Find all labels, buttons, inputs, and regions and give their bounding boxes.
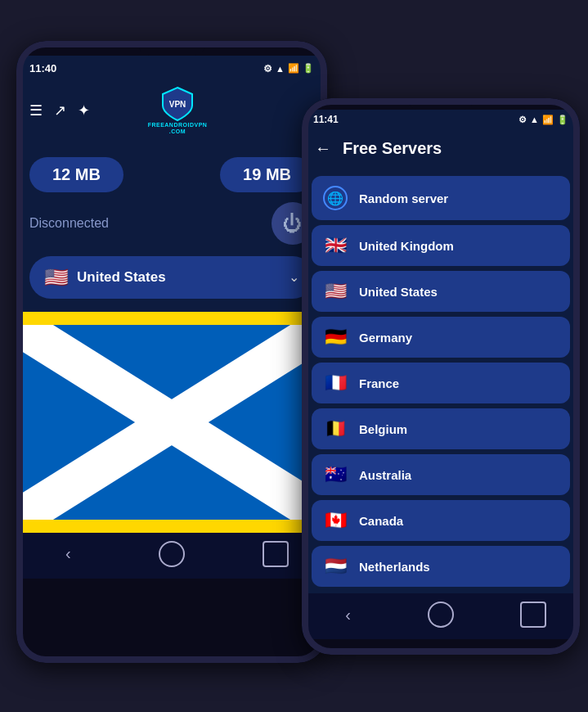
wifi-icon-2: ▲ [530,115,539,124]
server-item-random[interactable]: 🌐Random server [312,176,570,220]
settings-icon: ⚙ [263,63,272,74]
flag-nl: 🇳🇱 [323,556,348,577]
logo-text: FREEANDROIDVPN .COM [148,122,208,136]
server-name-be: Belgium [359,422,407,436]
time-display-2: 11:41 [313,114,339,125]
server-item-de[interactable]: 🇩🇪Germany [312,317,570,358]
connection-status: Disconnected [29,216,109,231]
server-item-au[interactable]: 🇦🇺Australia [312,454,570,495]
server-name-fr: France [359,376,399,390]
phone-2: 11:41 ⚙ ▲ 📶 🔋 ← Free Servers 🌐Random ser… [302,98,580,655]
share-icon[interactable]: ↗ [54,101,66,119]
flag-de: 🇩🇪 [323,327,348,348]
back-nav-button-2[interactable]: ‹ [335,602,361,628]
server-name-uk: United Kingdom [359,239,454,253]
country-selector[interactable]: 🇺🇸 United States ⌄ [29,256,314,299]
status-icons-2: ⚙ ▲ 📶 🔋 [518,115,568,125]
logo-shield-icon: VPN [161,86,194,122]
server-item-nl[interactable]: 🇳🇱Netherlands [312,546,570,587]
notch [139,41,204,56]
flag-fr: 🇫🇷 [323,372,348,394]
country-name: United States [77,269,166,286]
flag-au: 🇦🇺 [323,464,348,485]
back-button[interactable]: ← [315,139,331,158]
status-bar-1: 11:40 ⚙ ▲ 📶 🔋 [16,56,327,78]
chevron-down-icon: ⌄ [289,269,299,285]
server-name-ca: Canada [359,514,403,528]
wifi-icon: ▲ [276,64,285,74]
status-time-area: 11:40 [29,62,56,74]
app-content-1: 12 MB 19 MB Disconnected ⏻ 🇺🇸 United Sta… [16,144,327,312]
battery-icon-2: 🔋 [557,115,568,125]
flag-uk: 🇬🇧 [323,235,348,256]
server-name-nl: Netherlands [359,560,430,574]
signal-icon: 📶 [288,63,299,74]
header-left-icons: ☰ ↗ ✦ [29,101,90,119]
phone-1: 11:40 ⚙ ▲ 📶 🔋 ☰ ↗ ✦ VPN FREEANDROIDVPN .… [16,41,327,663]
status-icons: ⚙ ▲ 📶 🔋 [263,63,314,74]
home-nav-button-2[interactable] [428,602,454,628]
server-header: ← Free Servers [302,128,580,169]
time-display: 11:40 [29,62,56,74]
star-icon[interactable]: ✦ [78,101,90,119]
flag-be: 🇧🇪 [323,418,348,439]
server-name-de: Germany [359,331,412,345]
nav-bar-1: ‹ [16,533,327,579]
flag-display [16,312,327,533]
home-nav-button[interactable] [159,541,185,567]
country-flag: 🇺🇸 [44,266,69,289]
data-left-badge: 12 MB [29,157,123,192]
server-name-random: Random server [359,192,448,205]
menu-icon[interactable]: ☰ [29,101,43,119]
server-item-ca[interactable]: 🇨🇦Canada [312,500,570,541]
server-item-us[interactable]: 🇺🇸United States [312,271,570,312]
server-item-fr[interactable]: 🇫🇷France [312,363,570,403]
country-left: 🇺🇸 United States [44,266,166,289]
battery-icon: 🔋 [303,63,314,74]
server-name-us: United States [359,285,438,299]
server-name-au: Australia [359,468,411,482]
server-item-be[interactable]: 🇧🇪Belgium [312,408,570,449]
scotland-cross-svg [16,325,327,520]
server-list-title: Free Servers [343,139,442,158]
server-list: 🌐Random server🇬🇧United Kingdom🇺🇸United S… [302,169,580,593]
logo-area: VPN FREEANDROIDVPN .COM [148,86,208,136]
svg-text:VPN: VPN [169,100,186,109]
globe-icon: 🌐 [323,186,348,210]
server-item-uk[interactable]: 🇬🇧United Kingdom [312,225,570,266]
back-nav-button[interactable]: ‹ [55,541,81,567]
signal-icon-2: 📶 [542,115,554,125]
data-row: 12 MB 19 MB [29,157,314,192]
disconnect-row: Disconnected ⏻ [29,202,314,245]
recents-nav-button-2[interactable] [520,602,546,628]
notch-2 [408,98,474,110]
flag-ca: 🇨🇦 [323,510,348,531]
power-icon: ⏻ [283,212,303,235]
data-right-badge: 19 MB [220,157,314,192]
settings-icon-2: ⚙ [518,115,527,125]
app-header-1: ☰ ↗ ✦ VPN FREEANDROIDVPN .COM [16,78,327,144]
status-bar-2: 11:41 ⚙ ▲ 📶 🔋 [302,110,580,128]
nav-bar-2: ‹ [302,593,580,639]
recents-nav-button[interactable] [263,541,289,567]
flag-us: 🇺🇸 [323,281,348,302]
